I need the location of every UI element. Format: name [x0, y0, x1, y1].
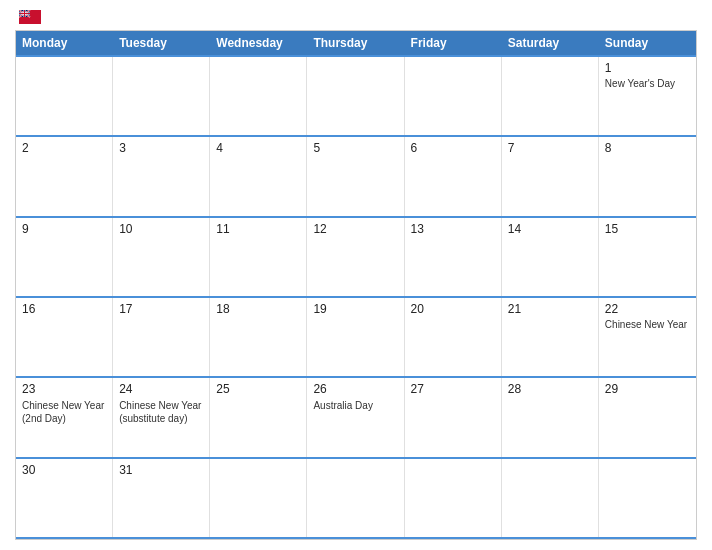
calendar-cell: 9 — [16, 218, 113, 296]
calendar-event: Australia Day — [313, 399, 397, 412]
day-number: 20 — [411, 302, 495, 316]
calendar-cell: 1New Year's Day — [599, 57, 696, 135]
calendar-header-row: MondayTuesdayWednesdayThursdayFridaySatu… — [16, 31, 696, 55]
day-number: 14 — [508, 222, 592, 236]
day-number: 12 — [313, 222, 397, 236]
calendar-body: 1New Year's Day2345678910111213141516171… — [16, 55, 696, 539]
calendar-cell: 4 — [210, 137, 307, 215]
header — [15, 10, 697, 24]
calendar-grid: MondayTuesdayWednesdayThursdayFridaySatu… — [15, 30, 697, 540]
calendar-cell — [405, 57, 502, 135]
calendar-row: 23Chinese New Year (2nd Day)24Chinese Ne… — [16, 376, 696, 456]
day-number: 16 — [22, 302, 106, 316]
calendar-row: 1New Year's Day — [16, 55, 696, 135]
day-number: 31 — [119, 463, 203, 477]
calendar-cell — [210, 57, 307, 135]
calendar-cell: 14 — [502, 218, 599, 296]
calendar-cell — [307, 459, 404, 537]
weekday-header: Saturday — [502, 31, 599, 55]
calendar-cell: 10 — [113, 218, 210, 296]
calendar-cell: 25 — [210, 378, 307, 456]
weekday-header: Tuesday — [113, 31, 210, 55]
day-number: 3 — [119, 141, 203, 155]
day-number: 11 — [216, 222, 300, 236]
calendar-cell: 29 — [599, 378, 696, 456]
calendar-cell: 18 — [210, 298, 307, 376]
calendar-cell: 5 — [307, 137, 404, 215]
weekday-header: Thursday — [307, 31, 404, 55]
calendar-cell — [307, 57, 404, 135]
day-number: 26 — [313, 382, 397, 396]
weekday-header: Monday — [16, 31, 113, 55]
logo-flag-icon — [19, 10, 41, 24]
logo — [15, 10, 43, 24]
calendar-cell — [502, 57, 599, 135]
calendar-cell — [599, 459, 696, 537]
svg-rect-7 — [19, 22, 41, 24]
calendar-cell: 8 — [599, 137, 696, 215]
calendar-cell — [405, 459, 502, 537]
day-number: 7 — [508, 141, 592, 155]
calendar-cell: 19 — [307, 298, 404, 376]
calendar-event: New Year's Day — [605, 77, 690, 90]
calendar-cell: 31 — [113, 459, 210, 537]
calendar-row: 16171819202122Chinese New Year — [16, 296, 696, 376]
calendar-cell: 16 — [16, 298, 113, 376]
day-number: 19 — [313, 302, 397, 316]
day-number: 24 — [119, 382, 203, 396]
day-number: 28 — [508, 382, 592, 396]
day-number: 8 — [605, 141, 690, 155]
calendar-cell — [210, 459, 307, 537]
day-number: 22 — [605, 302, 690, 316]
calendar-cell: 15 — [599, 218, 696, 296]
day-number: 27 — [411, 382, 495, 396]
calendar-cell: 2 — [16, 137, 113, 215]
day-number: 25 — [216, 382, 300, 396]
calendar-event: Chinese New Year — [605, 318, 690, 331]
calendar-cell: 26Australia Day — [307, 378, 404, 456]
weekday-header: Sunday — [599, 31, 696, 55]
calendar-event: Chinese New Year (2nd Day) — [22, 399, 106, 425]
calendar-cell: 13 — [405, 218, 502, 296]
svg-rect-6 — [19, 19, 41, 21]
calendar-cell: 17 — [113, 298, 210, 376]
day-number: 13 — [411, 222, 495, 236]
calendar-cell: 6 — [405, 137, 502, 215]
calendar-cell: 23Chinese New Year (2nd Day) — [16, 378, 113, 456]
weekday-header: Wednesday — [210, 31, 307, 55]
calendar-row: 2345678 — [16, 135, 696, 215]
day-number: 15 — [605, 222, 690, 236]
calendar-row: 9101112131415 — [16, 216, 696, 296]
weekday-header: Friday — [405, 31, 502, 55]
calendar-cell: 21 — [502, 298, 599, 376]
calendar-cell — [16, 57, 113, 135]
day-number: 29 — [605, 382, 690, 396]
day-number: 23 — [22, 382, 106, 396]
calendar-cell: 12 — [307, 218, 404, 296]
calendar-cell: 22Chinese New Year — [599, 298, 696, 376]
day-number: 1 — [605, 61, 690, 75]
day-number: 18 — [216, 302, 300, 316]
calendar-cell: 7 — [502, 137, 599, 215]
day-number: 30 — [22, 463, 106, 477]
calendar-cell: 28 — [502, 378, 599, 456]
calendar-cell: 24Chinese New Year (substitute day) — [113, 378, 210, 456]
calendar-cell: 11 — [210, 218, 307, 296]
day-number: 5 — [313, 141, 397, 155]
day-number: 9 — [22, 222, 106, 236]
calendar-cell: 27 — [405, 378, 502, 456]
calendar-cell: 30 — [16, 459, 113, 537]
calendar-event: Chinese New Year (substitute day) — [119, 399, 203, 425]
day-number: 2 — [22, 141, 106, 155]
day-number: 21 — [508, 302, 592, 316]
day-number: 17 — [119, 302, 203, 316]
day-number: 10 — [119, 222, 203, 236]
calendar-cell — [502, 459, 599, 537]
calendar-cell — [113, 57, 210, 135]
calendar-cell: 3 — [113, 137, 210, 215]
calendar-page: MondayTuesdayWednesdayThursdayFridaySatu… — [0, 0, 712, 550]
calendar-row: 3031 — [16, 457, 696, 539]
calendar-cell: 20 — [405, 298, 502, 376]
day-number: 6 — [411, 141, 495, 155]
day-number: 4 — [216, 141, 300, 155]
